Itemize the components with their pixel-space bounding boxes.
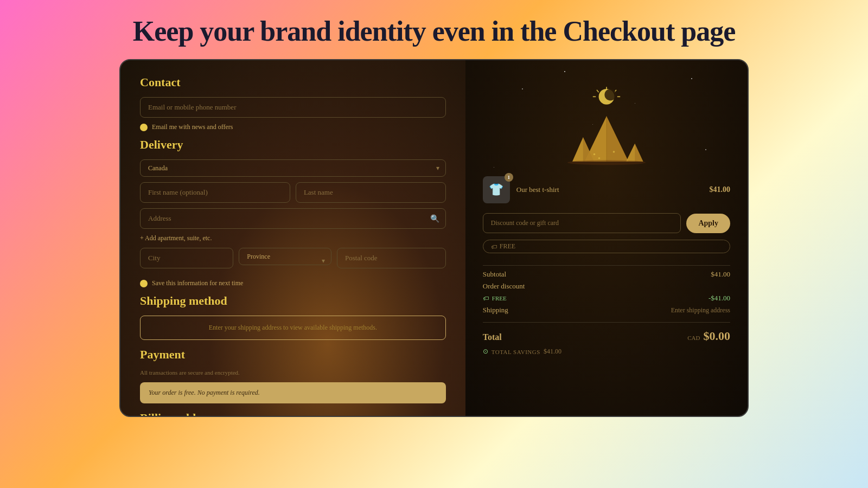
svg-point-16 [613,151,615,153]
payment-subtitle: All transactions are secure and encrypte… [140,369,446,376]
svg-marker-8 [607,116,629,162]
discount-row: Apply [483,213,730,233]
discount-free-tag: FREE [492,295,507,301]
pyramid-illustration: 🛒 [483,73,730,171]
page-headline: Keep your brand identity even in the Che… [133,15,735,47]
email-newsletter-radio[interactable] [140,124,148,131]
search-icon: 🔍 [430,214,439,223]
address-input[interactable] [140,208,446,229]
save-info-label: Save this information for next time [152,279,243,287]
total-right: CAD $0.00 [687,329,730,343]
add-apartment-link[interactable]: + Add apartment, suite, etc. [140,234,446,242]
subtotal-row: Subtotal $41.00 [483,270,730,279]
delivery-title: Delivery [140,138,446,152]
tshirt-icon: 👕 [489,183,503,197]
apply-button[interactable]: Apply [686,214,730,233]
svg-line-3 [597,90,599,93]
shipping-method-box: Enter your shipping address to view avai… [140,316,446,340]
shipping-label: Shipping [483,306,508,314]
checkout-card: Contact Email me with news and offers De… [119,59,749,417]
right-panel: 🛒 [465,60,748,416]
province-select[interactable]: Province Ontario Quebec British Columbia [239,248,331,265]
payment-title: Payment [140,348,446,362]
country-select[interactable]: Canada United States [140,159,446,177]
last-name-input[interactable] [296,182,446,203]
total-amount: $0.00 [703,329,730,343]
postal-input[interactable] [337,248,446,268]
contact-title: Contact [140,75,446,89]
free-order-box: Your order is free. No payment is requir… [140,382,446,403]
save-info-radio[interactable] [140,280,148,287]
first-name-input[interactable] [140,182,290,203]
shipping-value: Enter shipping address [671,306,730,314]
product-thumbnail: 👕 1 [483,176,510,203]
discount-input[interactable] [483,213,681,233]
total-label: Total [483,332,502,342]
discount-header-row: Order discount [483,282,730,291]
savings-amount: $41.00 [544,348,561,356]
product-row: 👕 1 Our best t-shirt $41.00 [483,176,730,203]
city-input[interactable] [140,248,233,268]
svg-marker-13 [635,144,643,162]
province-select-wrapper: Province Ontario Quebec British Columbia… [239,248,331,274]
savings-icon: ⊙ [483,348,488,356]
shipping-method-text: Enter your shipping address to view avai… [148,324,438,332]
free-badge-label: FREE [500,242,515,251]
email-input[interactable] [140,97,446,118]
free-order-text: Your order is free. No payment is requir… [149,389,437,397]
country-select-wrapper: Canada United States ▾ [140,159,446,177]
savings-label: TOTAL SAVINGS [492,349,540,355]
city-province-row: Province Ontario Quebec British Columbia… [140,248,446,274]
address-wrapper: 🔍 [140,208,446,229]
email-newsletter-row: Email me with news and offers [140,123,446,131]
divider-2 [483,322,730,323]
product-badge: 1 [505,173,513,182]
total-currency: CAD [687,335,700,341]
free-tag-icon: 🏷 [483,295,489,301]
email-newsletter-label: Email me with news and offers [152,123,233,131]
svg-point-14 [593,153,596,156]
product-price: $41.00 [709,185,730,194]
name-row [140,182,446,203]
svg-point-6 [604,89,616,101]
left-panel: Contact Email me with news and offers De… [120,60,465,416]
shipping-row: Shipping Enter shipping address [483,306,730,314]
discount-label: Order discount [483,282,525,291]
savings-row: ⊙ TOTAL SAVINGS $41.00 [483,348,730,356]
discount-detail-row: 🏷 FREE -$41.00 [483,294,730,303]
total-row: Total CAD $0.00 [483,329,730,343]
free-badge: 🏷 FREE [483,240,730,253]
subtotal-label: Subtotal [483,270,506,279]
svg-point-15 [598,157,601,159]
shipping-method-title: Shipping method [140,294,446,308]
subtotal-value: $41.00 [711,270,730,279]
discount-amount: -$41.00 [709,294,730,303]
save-info-row: Save this information for next time [140,279,446,287]
billing-title: Billing address [140,411,446,416]
product-name: Our best t-shirt [516,185,703,194]
tag-icon: 🏷 [491,243,497,250]
svg-point-17 [567,160,646,165]
divider-1 [483,265,730,266]
